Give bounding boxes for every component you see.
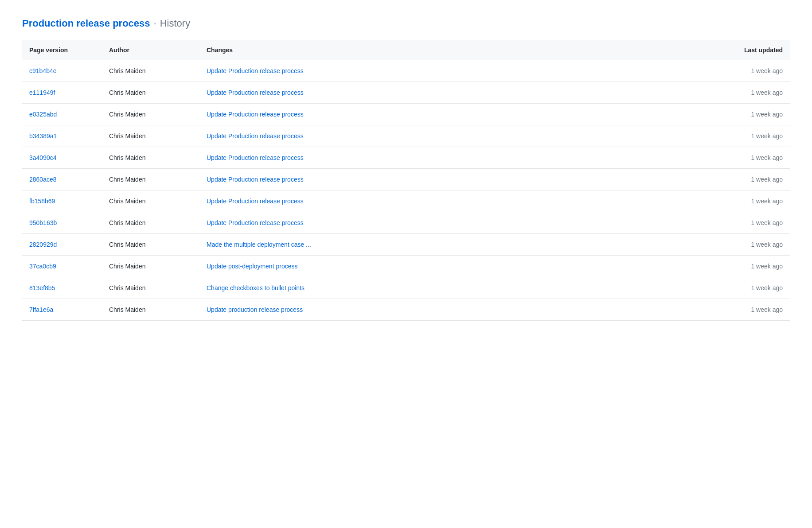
change-link[interactable]: Update Production release process [207,198,304,205]
author-text: Chris Maiden [109,198,145,205]
updated-text: 1 week ago [751,306,783,313]
history-table: Page version Author Changes Last updated… [22,40,790,321]
author-text: Chris Maiden [109,154,145,161]
updated-text: 1 week ago [751,176,783,183]
version-link[interactable]: c91b4b4e [29,67,57,74]
change-link[interactable]: Update post-deployment process [207,263,297,270]
version-link[interactable]: 7ffa1e6a [29,306,53,313]
author-text: Chris Maiden [109,306,145,313]
change-link[interactable]: Update production release process [207,306,303,313]
author-text: Chris Maiden [109,132,145,140]
updated-text: 1 week ago [751,132,783,140]
column-header-author: Author [102,40,199,60]
updated-text: 1 week ago [751,111,783,118]
table-row: e0325abdChris MaidenUpdate Production re… [22,104,790,125]
table-row: 813ef8b5Chris MaidenChange checkboxes to… [22,277,790,299]
column-header-version: Page version [22,40,102,60]
version-link[interactable]: 37ca0cb9 [29,263,56,270]
author-text: Chris Maiden [109,111,145,118]
updated-text: 1 week ago [751,263,783,270]
author-text: Chris Maiden [109,241,145,248]
author-text: Chris Maiden [109,67,145,74]
change-link[interactable]: Update Production release process [207,67,304,74]
updated-text: 1 week ago [751,219,783,226]
version-link[interactable]: 2820929d [29,241,57,248]
updated-text: 1 week ago [751,154,783,161]
table-row: 3a4090c4Chris MaidenUpdate Production re… [22,147,790,169]
change-link[interactable]: Update Production release process [207,176,304,183]
author-text: Chris Maiden [109,219,145,226]
updated-text: 1 week ago [751,198,783,205]
updated-text: 1 week ago [751,89,783,96]
updated-text: 1 week ago [751,284,783,291]
version-link[interactable]: b34389a1 [29,132,57,140]
version-link[interactable]: 3a4090c4 [29,154,57,161]
table-row: 2820929dChris MaidenMade the multiple de… [22,234,790,256]
updated-text: 1 week ago [751,67,783,74]
author-text: Chris Maiden [109,284,145,291]
author-text: Chris Maiden [109,176,145,183]
table-row: 2860ace8Chris MaidenUpdate Production re… [22,169,790,190]
page-title-link[interactable]: Production release process [22,18,150,29]
change-link[interactable]: Change checkboxes to bullet points [207,284,304,291]
column-header-changes: Changes [199,40,710,60]
page-subtitle: History [160,18,190,29]
change-link[interactable]: Update Production release process [207,219,304,226]
table-row: c91b4b4eChris MaidenUpdate Production re… [22,60,790,82]
change-link[interactable]: Update Production release process [207,89,304,96]
version-link[interactable]: 813ef8b5 [29,284,55,291]
change-link[interactable]: Update Production release process [207,154,304,161]
version-link[interactable]: fb158b69 [29,198,55,205]
author-text: Chris Maiden [109,89,145,96]
version-link[interactable]: e0325abd [29,111,57,118]
change-link[interactable]: Update Production release process [207,111,304,118]
table-row: e111949fChris MaidenUpdate Production re… [22,82,790,104]
column-header-updated: Last updated [710,40,790,60]
table-row: 7ffa1e6aChris MaidenUpdate production re… [22,299,790,321]
change-link[interactable]: Update Production release process [207,132,304,140]
author-text: Chris Maiden [109,263,145,270]
table-row: b34389a1Chris MaidenUpdate Production re… [22,125,790,147]
page-title-separator: · [154,18,156,29]
version-link[interactable]: 2860ace8 [29,176,57,183]
table-header: Page version Author Changes Last updated [22,40,790,60]
version-link[interactable]: 950b163b [29,219,57,226]
updated-text: 1 week ago [751,241,783,248]
page-header: Production release process · History [22,18,790,29]
table-row: fb158b69Chris MaidenUpdate Production re… [22,190,790,212]
version-link[interactable]: e111949f [29,89,55,96]
table-row: 950b163bChris MaidenUpdate Production re… [22,212,790,234]
table-header-row: Page version Author Changes Last updated [22,40,790,60]
table-body: c91b4b4eChris MaidenUpdate Production re… [22,60,790,321]
change-link[interactable]: Made the multiple deployment case ... [207,241,311,248]
table-row: 37ca0cb9Chris MaidenUpdate post-deployme… [22,256,790,277]
